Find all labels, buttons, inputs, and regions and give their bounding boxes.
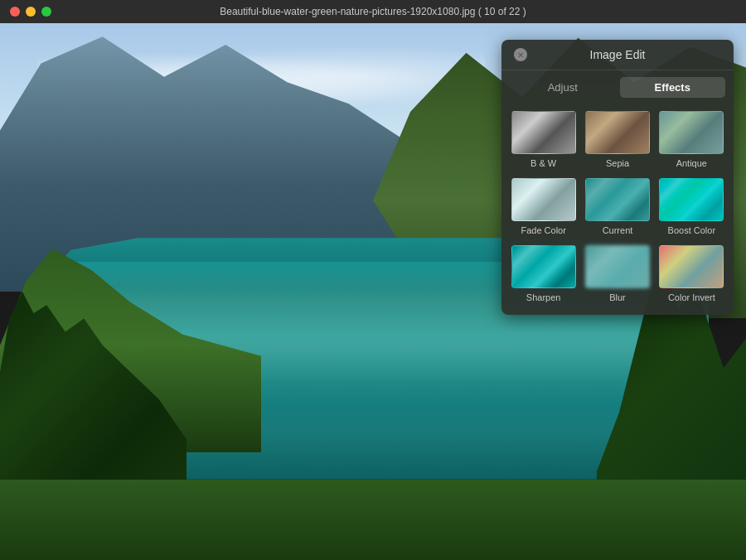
effect-bw[interactable]: B & W [510,111,577,168]
effect-blur[interactable]: Blur [584,245,651,302]
effects-row-3: Sharpen Blur Color Invert [510,245,725,302]
effect-label-boost: Boost Color [668,225,715,235]
image-edit-panel: ✕ Image Edit Adjust Effects B & W Sepia [501,40,734,315]
window-title: Beautiful-blue-water-green-nature-pictur… [220,6,526,17]
effect-sharpen[interactable]: Sharpen [510,245,577,302]
effect-invert[interactable]: Color Invert [658,245,725,302]
effect-label-fade: Fade Color [521,225,565,235]
tab-adjust[interactable]: Adjust [510,77,616,98]
tab-effects[interactable]: Effects [620,77,726,98]
close-button[interactable] [10,7,20,17]
effect-fade[interactable]: Fade Color [510,178,577,235]
effect-thumb-antique [659,111,724,154]
effect-thumb-fade [511,178,576,221]
effect-label-antique: Antique [676,158,707,168]
effect-thumb-sharpen [511,245,576,288]
panel-header: ✕ Image Edit [501,40,734,70]
effect-current[interactable]: Current [584,178,651,235]
window-controls [10,7,51,17]
effect-thumb-current [585,178,650,221]
effect-sepia[interactable]: Sepia [584,111,651,168]
effect-label-invert: Color Invert [668,292,715,302]
effect-label-sharpen: Sharpen [526,292,561,302]
effect-thumb-sepia [585,111,650,154]
maximize-button[interactable] [41,7,51,17]
effects-row-2: Fade Color Current Boost Color [510,178,725,235]
main-area: ✕ Image Edit Adjust Effects B & W Sepia [0,23,746,560]
title-bar: Beautiful-blue-water-green-nature-pictur… [0,0,746,23]
effect-boost[interactable]: Boost Color [658,178,725,235]
effect-label-current: Current [603,225,633,235]
effects-row-1: B & W Sepia Antique [510,111,725,168]
effects-grid: B & W Sepia Antique Fade Color [501,104,734,315]
panel-tabs: Adjust Effects [501,70,734,104]
effect-antique[interactable]: Antique [658,111,725,168]
panel-close-button[interactable]: ✕ [514,48,527,61]
effect-label-sepia: Sepia [606,158,629,168]
effect-label-bw: B & W [530,158,556,168]
ground [0,480,746,560]
effect-label-blur: Blur [609,292,626,302]
effect-thumb-invert [659,245,724,288]
effect-thumb-bw [511,111,576,154]
minimize-button[interactable] [26,7,36,17]
effect-thumb-boost [659,178,724,221]
panel-title: Image Edit [527,48,708,61]
effect-thumb-blur [585,245,650,288]
